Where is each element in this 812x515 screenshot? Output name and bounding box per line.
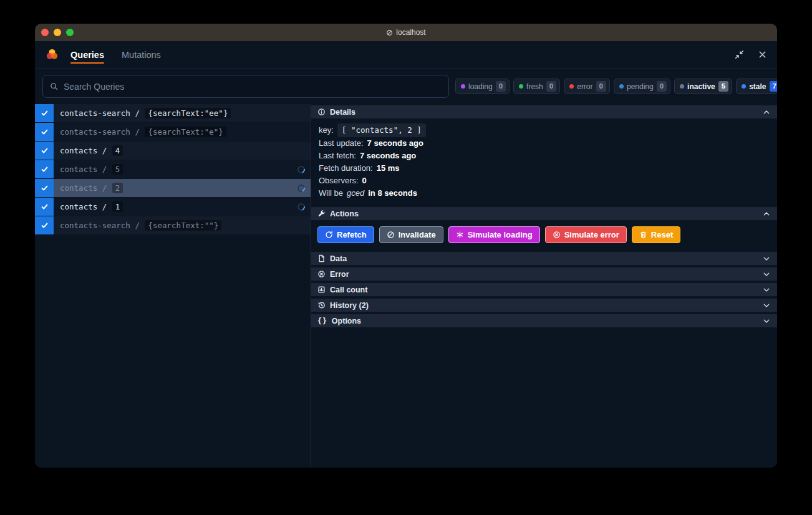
simulate-loading-button[interactable]: Simulate loading: [448, 226, 540, 243]
refetch-button[interactable]: Refetch: [317, 226, 374, 243]
search-icon: [50, 82, 58, 90]
detail-value: 15 ms: [377, 162, 400, 175]
status-dot-icon: [461, 84, 465, 89]
query-checkbox[interactable]: [35, 104, 54, 122]
detail-row: Last update:7 seconds ago: [319, 137, 770, 150]
detail-label: key:: [319, 124, 334, 137]
query-row[interactable]: contacts-search / {searchText:"ee"}: [35, 104, 311, 122]
section-call-count[interactable]: Call count: [311, 283, 777, 296]
filter-error[interactable]: error0: [564, 79, 610, 94]
filter-count: 0: [546, 81, 556, 92]
topbar-actions: [735, 50, 767, 59]
fetching-spinner-icon: [296, 201, 306, 211]
query-row[interactable]: contacts / 4: [35, 142, 311, 160]
details-section-header[interactable]: Details: [311, 105, 777, 118]
fetching-spinner-icon: [296, 183, 306, 193]
section-title: Call count: [330, 286, 367, 294]
status-filters: loading0fresh0error0pending0inactive5sta…: [455, 79, 777, 94]
query-checkbox[interactable]: [35, 179, 54, 197]
document-icon: [317, 254, 326, 262]
filter-label: fresh: [526, 82, 543, 91]
reset-button[interactable]: Reset: [632, 226, 680, 243]
chevron-up-icon: [762, 108, 771, 117]
filter-pending[interactable]: pending0: [614, 79, 670, 94]
search-row: loading0fresh0error0pending0inactive5sta…: [35, 69, 777, 104]
check-icon: [41, 221, 49, 229]
close-devtools-button[interactable]: [758, 50, 767, 59]
browser-window: localhost QueriesMutations load: [35, 24, 777, 468]
query-key-chip: {searchText:"e"}: [145, 127, 226, 137]
zoom-window-button[interactable]: [66, 29, 74, 36]
query-key: contacts / 4: [60, 145, 123, 156]
status-dot-icon: [680, 84, 684, 89]
query-row[interactable]: contacts / 5: [35, 160, 311, 178]
section-title: Options: [332, 317, 361, 325]
detail-label: Will be: [319, 187, 343, 200]
collapse-panel-button[interactable]: [735, 50, 744, 59]
query-row[interactable]: contacts-search / {searchText:"e"}: [35, 123, 311, 141]
info-icon: [317, 108, 326, 116]
detail-label-italic: gced: [347, 187, 364, 200]
error-icon: [317, 270, 326, 278]
detail-label: Last update:: [319, 137, 364, 150]
query-key: contacts-search / {searchText:"e"}: [60, 127, 226, 137]
status-dot-icon: [519, 84, 523, 89]
filter-loading[interactable]: loading0: [455, 79, 510, 94]
check-icon: [41, 147, 49, 155]
query-row[interactable]: contacts / 1: [35, 198, 311, 216]
query-key-chip: {searchText:"ee"}: [145, 108, 231, 118]
query-key: contacts-search / {searchText:""}: [60, 220, 221, 231]
filter-fresh[interactable]: fresh0: [513, 79, 560, 94]
section-history[interactable]: History (2): [311, 299, 777, 312]
filter-count: 0: [496, 81, 506, 92]
query-checkbox[interactable]: [35, 198, 54, 216]
section-title: History (2): [330, 301, 369, 310]
query-row[interactable]: contacts / 2: [35, 179, 311, 197]
devtools-topbar: QueriesMutations: [35, 41, 777, 69]
query-list: contacts-search / {searchText:"ee"}conta…: [35, 104, 311, 468]
filter-stale[interactable]: stale7: [736, 79, 777, 94]
status-dot-icon: [569, 84, 574, 89]
actions-section-title: Actions: [330, 209, 359, 218]
section-options[interactable]: {}Options: [311, 314, 777, 327]
detail-row: Fetch duration:15 ms: [319, 162, 770, 175]
query-checkbox[interactable]: [35, 160, 54, 178]
chevron-down-icon: [762, 254, 771, 263]
query-checkbox[interactable]: [35, 142, 54, 160]
simulate-error-button[interactable]: Simulate error: [545, 226, 627, 243]
refetch-icon: [325, 231, 333, 239]
window-controls: [35, 29, 74, 36]
section-data[interactable]: Data: [311, 252, 777, 265]
call-count-icon: [317, 286, 326, 294]
section-title: Error: [330, 270, 349, 279]
query-row[interactable]: contacts-search / {searchText:""}: [35, 216, 311, 234]
query-key-chip: 5: [112, 164, 123, 175]
query-key-chip: 2: [112, 183, 123, 193]
tab-mutations[interactable]: Mutations: [122, 41, 161, 68]
detail-value: 0: [362, 175, 367, 187]
actions-section-header[interactable]: Actions: [311, 207, 777, 220]
section-error[interactable]: Error: [311, 267, 777, 281]
minimize-window-button[interactable]: [54, 29, 61, 36]
chevron-down-icon: [762, 286, 771, 294]
tab-queries[interactable]: Queries: [70, 41, 104, 68]
filter-inactive[interactable]: inactive5: [674, 79, 732, 94]
titlebar: localhost: [35, 24, 777, 41]
query-checkbox[interactable]: [35, 216, 54, 234]
close-window-button[interactable]: [41, 29, 49, 36]
section-title: Data: [330, 254, 347, 263]
detail-value: 7 seconds ago: [367, 137, 423, 150]
chevron-up-icon: [762, 209, 771, 218]
filter-label: inactive: [687, 82, 715, 91]
details-content: key:[ "contacts", 2 ]Last update:7 secon…: [311, 118, 777, 207]
detail-label: Fetch duration:: [319, 162, 373, 175]
search-input[interactable]: [64, 82, 442, 92]
wrench-icon: [317, 209, 326, 218]
tanstack-logo-icon: [45, 47, 59, 62]
invalidate-button[interactable]: Invalidate: [379, 226, 443, 243]
status-dot-icon: [742, 84, 746, 89]
query-checkbox[interactable]: [35, 123, 54, 141]
detail-label: Observers:: [319, 175, 359, 187]
filter-count: 0: [596, 81, 606, 92]
error-icon: [553, 231, 561, 239]
